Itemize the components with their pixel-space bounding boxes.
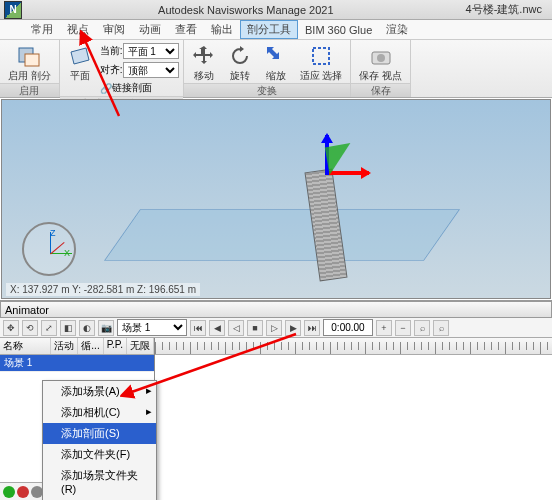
- scale-button[interactable]: 缩放: [260, 42, 292, 83]
- section-icon: [17, 44, 41, 68]
- time-field[interactable]: [323, 319, 373, 336]
- tab-home[interactable]: 常用: [24, 20, 60, 39]
- context-menu: 添加场景(A) 添加相机(C) 添加剖面(S) 添加文件夹(F) 添加场景文件夹…: [42, 380, 157, 500]
- group-label-transform: 变换: [184, 83, 351, 97]
- svg-rect-3: [313, 48, 329, 64]
- animator-panel-title: Animator: [0, 300, 552, 318]
- save-viewpoint-button[interactable]: 保存 视点: [355, 42, 406, 83]
- ribbon-group-enable: 启用 剖分 启用: [0, 40, 60, 97]
- current-plane-select[interactable]: 平面 1: [123, 43, 179, 59]
- fit-label: 适应 选择: [300, 70, 343, 81]
- zoom-out-button[interactable]: −: [395, 320, 411, 336]
- group-label-enable: 启用: [0, 83, 59, 97]
- rotate-button[interactable]: 旋转: [224, 42, 256, 83]
- file-name: 4号楼-建筑.nwc: [466, 2, 552, 17]
- zoom-2-button[interactable]: ⌕: [433, 320, 449, 336]
- enable-section-button[interactable]: 启用 剖分: [4, 42, 55, 83]
- remove-icon[interactable]: [17, 486, 29, 498]
- tab-view[interactable]: 查看: [168, 20, 204, 39]
- timeline-ruler[interactable]: [155, 338, 552, 355]
- col-pp[interactable]: P.P.: [104, 338, 127, 354]
- scene-combo[interactable]: 场景 1: [117, 319, 187, 336]
- timeline[interactable]: [155, 338, 552, 498]
- ctx-add-scene-folder[interactable]: 添加场景文件夹(R): [43, 465, 156, 498]
- col-loop[interactable]: 循...: [78, 338, 103, 354]
- step-back-button[interactable]: ◀: [209, 320, 225, 336]
- ribbon-group-save: 保存 视点 保存: [351, 40, 411, 97]
- current-label: 当前:: [100, 44, 123, 58]
- scene-row-label: 场景 1: [0, 356, 36, 370]
- tool-color[interactable]: ◧: [60, 320, 76, 336]
- ctx-add-scene[interactable]: 添加场景(A): [43, 381, 156, 402]
- scene-row[interactable]: 场景 1: [0, 355, 154, 372]
- animator-title-text: Animator: [5, 304, 49, 316]
- svg-rect-1: [25, 54, 39, 66]
- plane-icon: [68, 44, 92, 68]
- ribbon: 启用 剖分 启用 平面 当前: 平面 1 对齐: 顶部 🔗: [0, 40, 552, 98]
- rotate-label: 旋转: [230, 70, 250, 81]
- fast-fwd-button[interactable]: ⏭: [304, 320, 320, 336]
- ctx-add-folder[interactable]: 添加文件夹(F): [43, 444, 156, 465]
- ctx-add-camera[interactable]: 添加相机(C): [43, 402, 156, 423]
- align-select[interactable]: 顶部: [123, 62, 179, 78]
- zoom-1-button[interactable]: ⌕: [414, 320, 430, 336]
- tab-output[interactable]: 输出: [204, 20, 240, 39]
- link-icon: 🔗: [100, 83, 112, 94]
- tab-section-tools[interactable]: 剖分工具: [240, 20, 298, 39]
- link-section-label: 链接剖面: [112, 81, 152, 95]
- link-section-row[interactable]: 🔗 链接剖面: [100, 80, 179, 96]
- view-cube[interactable]: Z X: [22, 222, 76, 276]
- tab-bim360[interactable]: BIM 360 Glue: [298, 22, 379, 38]
- ribbon-group-mode: 平面 当前: 平面 1 对齐: 顶部 🔗 链接剖面 模式 | 平面设置 ▾: [60, 40, 184, 97]
- fit-selection-button[interactable]: 适应 选择: [296, 42, 347, 83]
- plane-mode-label: 平面: [70, 70, 90, 81]
- tab-render[interactable]: 渲染: [379, 20, 415, 39]
- coordinate-readout: X: 137.927 m Y: -282.581 m Z: 196.651 m: [6, 283, 200, 296]
- animator-toolbar: ✥ ⟲ ⤢ ◧ ◐ 📷 场景 1 ⏮ ◀ ◁ ■ ▷ ▶ ⏭ + − ⌕ ⌕: [0, 318, 552, 338]
- align-row: 对齐: 顶部: [100, 61, 179, 79]
- fit-icon: [309, 44, 333, 68]
- tab-viewpoint[interactable]: 视点: [60, 20, 96, 39]
- tool-capture[interactable]: 📷: [98, 320, 114, 336]
- play-button[interactable]: ▷: [266, 320, 282, 336]
- col-infinite[interactable]: 无限: [127, 338, 154, 354]
- reverse-button[interactable]: ◁: [228, 320, 244, 336]
- plane-mode-button[interactable]: 平面: [64, 42, 96, 83]
- ctx-add-section[interactable]: 添加剖面(S): [43, 423, 156, 444]
- move-label: 移动: [194, 70, 214, 81]
- move-icon: [192, 44, 216, 68]
- tool-transparency[interactable]: ◐: [79, 320, 95, 336]
- tool-rotate[interactable]: ⟲: [22, 320, 38, 336]
- col-active[interactable]: 活动: [51, 338, 78, 354]
- ribbon-group-transform: 移动 旋转 缩放 适应 选择 变换: [184, 40, 352, 97]
- stop-button[interactable]: ■: [247, 320, 263, 336]
- title-bar: N Autodesk Navisworks Manage 2021 4号楼-建筑…: [0, 0, 552, 20]
- add-icon[interactable]: [3, 486, 15, 498]
- tab-review[interactable]: 审阅: [96, 20, 132, 39]
- group-label-save: 保存: [351, 83, 410, 97]
- align-label: 对齐:: [100, 63, 123, 77]
- tab-animation[interactable]: 动画: [132, 20, 168, 39]
- axis-triad: [38, 232, 68, 262]
- scale-label: 缩放: [266, 70, 286, 81]
- scale-icon: [264, 44, 288, 68]
- tool-translate[interactable]: ✥: [3, 320, 19, 336]
- gizmo-plane[interactable]: [325, 143, 355, 175]
- svg-marker-2: [71, 48, 89, 64]
- svg-point-5: [377, 54, 385, 62]
- camera-icon: [369, 44, 393, 68]
- step-fwd-button[interactable]: ▶: [285, 320, 301, 336]
- ribbon-tabs: 常用 视点 审阅 动画 查看 输出 剖分工具 BIM 360 Glue 渲染: [0, 20, 552, 40]
- app-icon[interactable]: N: [4, 1, 22, 19]
- tree-header: 名称 活动 循... P.P. 无限: [0, 338, 154, 355]
- app-title: Autodesk Navisworks Manage 2021: [26, 4, 466, 16]
- current-plane-row: 当前: 平面 1: [100, 42, 179, 60]
- col-name[interactable]: 名称: [0, 338, 51, 354]
- zoom-in-button[interactable]: +: [376, 320, 392, 336]
- move-button[interactable]: 移动: [188, 42, 220, 83]
- rewind-button[interactable]: ⏮: [190, 320, 206, 336]
- enable-section-label: 启用 剖分: [8, 70, 51, 81]
- tool-scale[interactable]: ⤢: [41, 320, 57, 336]
- section-plane: [104, 209, 460, 261]
- 3d-viewport[interactable]: Z X X: 137.927 m Y: -282.581 m Z: 196.65…: [1, 99, 551, 299]
